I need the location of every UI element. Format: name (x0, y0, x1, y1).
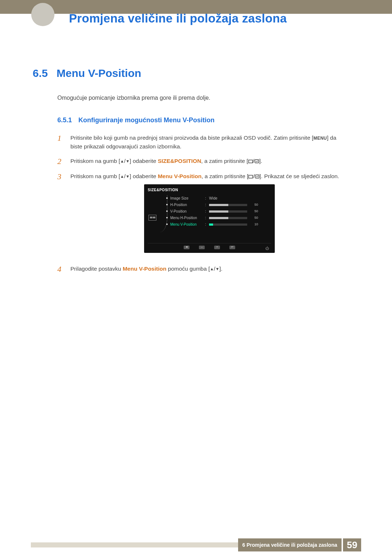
text: Pritisnite bilo koji gumb na prednjoj st… (70, 135, 313, 141)
text: ]. (259, 158, 262, 164)
text: ] odaberite (130, 173, 158, 179)
rect-icon (248, 175, 253, 178)
steps-list: 1 Pritisnite bilo koji gumb na prednjoj … (57, 134, 348, 274)
triangle-down-icon: ▼ (215, 267, 219, 271)
osd-screenshot: SIZE&POSITION (144, 184, 275, 253)
rect-icon (248, 160, 253, 163)
osd-menu-icon (148, 215, 156, 221)
text: Pritiskom na gumb [ (70, 173, 120, 179)
osd-label: Image Size (170, 196, 203, 201)
osd-label: Menu H-Position (170, 215, 203, 221)
osd-enter-icon: ↵ (229, 246, 235, 249)
text: Pritiskom na gumb [ (70, 158, 120, 164)
chapter-number-circle (31, 3, 54, 26)
step-number: 2 (57, 157, 64, 166)
osd-curve (160, 195, 167, 232)
osd-value: 50 (249, 216, 258, 221)
step-4: 4 Prilagodite postavku Menu V-Position p… (57, 264, 348, 274)
text: ] odaberite (130, 158, 158, 164)
text: , a zatim pritisnite [ (201, 158, 248, 164)
step-number: 1 (57, 134, 64, 143)
step-body: Pritiskom na gumb [▲/▼] odaberite SIZE&P… (70, 157, 348, 165)
osd-value: Wide (209, 196, 229, 201)
highlight: Menu V-Position (123, 266, 167, 272)
osd-row: V-Position : 50 (170, 208, 271, 215)
osd-label: V-Position (170, 209, 203, 214)
highlight: Menu V-Position (158, 173, 202, 179)
enter-icon (254, 159, 259, 163)
triangle-up-icon: ▲ (210, 267, 214, 271)
menu-key-label: MENU (313, 136, 327, 141)
osd-slider (209, 204, 247, 206)
page-number: 59 (343, 538, 361, 551)
page-footer: 6 Promjena veličine ili položaja zaslona… (31, 538, 361, 551)
osd-rows: Image Size : Wide H-Position : 50 (170, 195, 271, 232)
step-1: 1 Pritisnite bilo koji gumb na prednjoj … (57, 134, 348, 151)
osd-plus-icon: + (214, 246, 220, 249)
subsection-number: 6.5.1 (57, 116, 72, 124)
osd-slider (209, 223, 247, 226)
step-body: Prilagodite postavku Menu V-Position pom… (70, 264, 348, 273)
section-intro: Omogućuje pomicanje izbornika prema gore… (57, 95, 348, 101)
step-body: Pritisnite bilo koji gumb na prednjoj st… (70, 134, 348, 151)
subsection-heading: 6.5.1 Konfiguriranje mogućnosti Menu V-P… (57, 116, 348, 124)
step-2: 2 Pritiskom na gumb [▲/▼] odaberite SIZE… (57, 157, 348, 166)
section-number: 6.5 (33, 67, 48, 79)
osd-value: 50 (249, 209, 258, 214)
step-number: 3 (57, 172, 64, 181)
triangle-up-icon: ▲ (120, 174, 124, 178)
osd-value: 50 (249, 202, 258, 208)
svg-rect-2 (249, 175, 253, 178)
triangle-up-icon: ▲ (120, 159, 124, 163)
osd-label: H-Position (170, 202, 203, 208)
highlight: SIZE&POSITION (158, 158, 201, 164)
osd-minus-icon: – (199, 246, 205, 249)
step-body: Pritiskom na gumb [▲/▼] odaberite Menu V… (70, 172, 348, 259)
text: ]. Prikazat će se sljedeći zaslon. (260, 173, 339, 179)
svg-rect-0 (249, 160, 253, 163)
subsection-title: Konfiguriranje mogućnosti Menu V-Positio… (78, 116, 215, 124)
page-content: 6.5 Menu V-Position Omogućuje pomicanje … (33, 67, 348, 280)
osd-title: SIZE&POSITION (148, 186, 271, 195)
text: ]. (219, 266, 222, 272)
enter-icon (255, 175, 260, 178)
osd-label: Menu V-Position (170, 222, 203, 227)
osd-slider (209, 217, 247, 219)
osd-slider (209, 210, 247, 213)
osd-controls: ◄ – + ↵ ⏻ (148, 243, 271, 251)
section-title: Menu V-Position (57, 67, 141, 79)
text: , a zatim pritisnite [ (201, 173, 248, 179)
chapter-title: Promjena veličine ili položaja zaslona (69, 12, 287, 25)
triangle-down-icon: ▼ (126, 159, 130, 163)
osd-row-active: Menu V-Position : 10 (170, 221, 271, 228)
footer-bar (31, 542, 238, 547)
osd-row: H-Position : 50 (170, 202, 271, 208)
text: Prilagodite postavku (70, 266, 123, 272)
footer-chapter-label: 6 Promjena veličine ili položaja zaslona (238, 538, 342, 551)
section-heading: 6.5 Menu V-Position (33, 67, 348, 79)
step-3: 3 Pritiskom na gumb [▲/▼] odaberite Menu… (57, 172, 348, 259)
osd-value: 10 (249, 222, 258, 227)
step-number: 4 (57, 264, 64, 274)
osd-row: Image Size : Wide (170, 195, 271, 202)
osd-row: Menu H-Position : 50 (170, 215, 271, 221)
triangle-down-icon: ▼ (126, 174, 130, 178)
text: pomoću gumba [ (166, 266, 210, 272)
osd-power-icon: ⏻ (265, 246, 269, 251)
osd-back-icon: ◄ (184, 246, 189, 249)
